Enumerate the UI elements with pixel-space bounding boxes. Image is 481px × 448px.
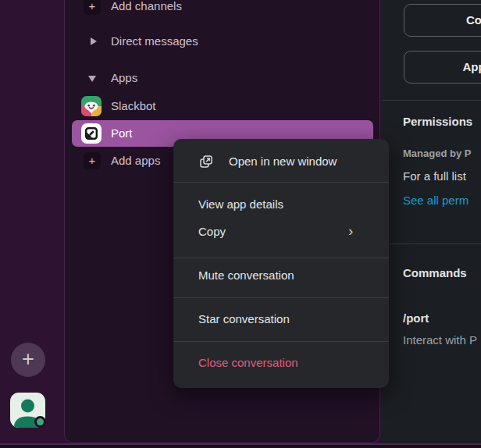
menu-divider bbox=[173, 258, 389, 258]
create-new-button[interactable]: + bbox=[11, 343, 45, 377]
divider bbox=[383, 100, 481, 101]
permissions-heading: Permissions bbox=[403, 115, 472, 128]
chevron-right-icon[interactable] bbox=[91, 37, 97, 45]
plus-icon[interactable]: + bbox=[84, 0, 101, 15]
submenu-chevron-icon: › bbox=[348, 222, 353, 240]
presence-indicator bbox=[34, 416, 46, 428]
window-bottom-strip bbox=[0, 445, 481, 448]
menu-divider bbox=[173, 341, 389, 342]
divider bbox=[383, 244, 481, 244]
menu-divider bbox=[173, 182, 389, 183]
menu-item-copy[interactable]: Copy bbox=[198, 223, 226, 240]
plus-icon[interactable]: + bbox=[84, 152, 101, 169]
sidebar-item-slackbot[interactable]: Slackbot bbox=[111, 98, 156, 115]
menu-item-view-app-details[interactable]: View app details bbox=[198, 196, 283, 213]
configuration-button[interactable]: Co bbox=[404, 4, 481, 37]
command-name: /port bbox=[403, 311, 429, 325]
see-all-permissions-link[interactable]: See all perm bbox=[403, 194, 469, 207]
port-app-icon bbox=[81, 123, 102, 144]
open-new-window-icon bbox=[199, 155, 213, 169]
app-detail-panel: Co App Permissions Managed by P For a fu… bbox=[381, 0, 481, 443]
menu-item-open-new-window[interactable]: Open in new window bbox=[229, 153, 337, 170]
sidebar-item-add-apps[interactable]: Add apps bbox=[111, 152, 160, 169]
sidebar-section-apps[interactable]: Apps bbox=[111, 69, 137, 87]
menu-item-star-conversation[interactable]: Star conversation bbox=[198, 311, 290, 328]
managed-by-text: Managed by P bbox=[403, 148, 471, 159]
sidebar-item-port[interactable]: Port bbox=[111, 125, 133, 142]
chevron-down-icon[interactable] bbox=[88, 76, 96, 82]
sidebar-item-direct-messages[interactable]: Direct messages bbox=[111, 33, 198, 50]
command-description: Interact with P bbox=[403, 333, 477, 347]
app-details-button[interactable]: App bbox=[404, 51, 481, 84]
context-menu: Open in new window View app details Copy… bbox=[173, 139, 389, 388]
commands-heading: Commands bbox=[403, 266, 467, 279]
slackbot-icon bbox=[81, 96, 102, 116]
permissions-description: For a full list bbox=[403, 169, 466, 183]
slack-window: + Add channels Direct messages Apps Slac… bbox=[0, 0, 481, 448]
menu-divider bbox=[173, 297, 389, 298]
sidebar-item-add-channels[interactable]: Add channels bbox=[111, 0, 182, 15]
menu-item-mute-conversation[interactable]: Mute conversation bbox=[198, 267, 294, 284]
menu-item-close-conversation[interactable]: Close conversation bbox=[198, 354, 298, 372]
